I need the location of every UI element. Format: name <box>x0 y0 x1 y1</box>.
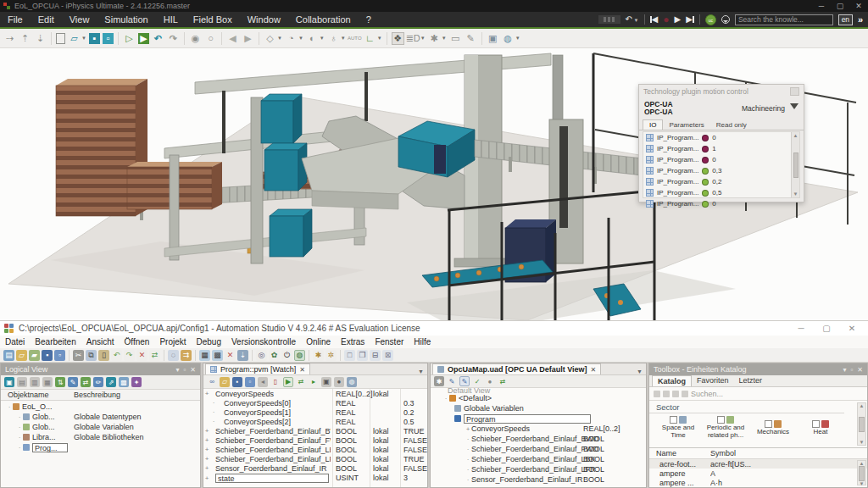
opcua-var-row[interactable]: +ConveyorSpeedsREAL[0..2] <box>431 424 646 434</box>
tree-row[interactable]: ·Glob... Globale Datentypen <box>1 412 200 422</box>
toolbox-search-input[interactable]: Suchen... <box>691 390 723 398</box>
tree-row[interactable]: ·EoL_O... <box>1 402 200 412</box>
pin-icon[interactable]: ▫ <box>850 366 853 374</box>
pin-icon[interactable]: ▫ <box>183 366 186 374</box>
nav-forward-icon[interactable]: ▶ <box>242 32 254 45</box>
watch-row[interactable]: +Schieber_Foerderband_Einlauf_FWDBOOLlok… <box>203 435 427 445</box>
panel-menu-icon[interactable]: ▾ <box>175 366 179 374</box>
menu-ansicht[interactable]: Ansicht <box>81 337 120 347</box>
language-badge[interactable]: en <box>838 14 853 25</box>
list-a-icon[interactable]: ▤ <box>17 377 27 387</box>
sync-icon[interactable]: ⇅ <box>55 377 65 387</box>
tab-letzter[interactable]: Letzter <box>734 375 768 386</box>
col-name[interactable]: Name <box>656 449 676 458</box>
io-row[interactable]: IP_Program...0,5 <box>643 187 799 198</box>
opcua-var-row[interactable]: ·Sensor_Foerderband_Einlauf_IRBOOL <box>431 474 646 485</box>
web-icon[interactable]: ◍ <box>502 32 515 45</box>
menu-projekt[interactable]: Projekt <box>154 337 191 347</box>
watch-row[interactable]: +Sensor_Foerderband_Einlauf_IRBOOLlokalF… <box>203 463 427 473</box>
services-icon[interactable]: ✿ <box>269 350 280 361</box>
settings-a-icon[interactable]: ✱ <box>313 350 324 361</box>
menu-bearbeiten[interactable]: Bearbeiten <box>30 337 81 347</box>
refresh-icon[interactable]: ⇄ <box>81 377 91 387</box>
unit-row[interactable]: acre-foot...acre-ft[US... <box>649 459 867 469</box>
settings-b-icon[interactable]: ✲ <box>326 350 337 361</box>
record-icon[interactable]: ● <box>334 377 344 387</box>
view-mode-icon[interactable]: ▣ <box>4 377 14 387</box>
edit-a-icon[interactable]: ✎ <box>447 376 457 386</box>
toolbar-overflow-icon[interactable]: » <box>858 14 863 25</box>
menu-collaboration[interactable]: Collaboration <box>288 12 359 27</box>
find-icon[interactable]: ◌ <box>168 350 179 361</box>
list-c-icon[interactable]: ▦ <box>42 377 53 387</box>
refresh-icon[interactable]: ⇄ <box>149 350 160 361</box>
opcua-var-row[interactable]: ·Schieber_Foerderband_Einlauf_FWDBOOL <box>431 444 646 454</box>
paste-icon[interactable]: ▯ <box>98 350 109 361</box>
io-row[interactable]: IP_Program...1 <box>643 143 799 154</box>
view-time-icon[interactable]: ◔ <box>285 32 298 45</box>
tree-row[interactable]: ·Libra... Globale Bibliotheken <box>1 432 200 442</box>
menu-fieldbox[interactable]: Field Box <box>186 12 240 27</box>
watch-row[interactable]: +ConveyorSpeedsREAL[0..2]lokal <box>203 389 427 398</box>
save-icon[interactable]: ▪ <box>89 33 100 44</box>
stop-page-icon[interactable]: ▯ <box>270 377 281 387</box>
undo-icon[interactable]: ↶ <box>152 32 164 45</box>
menu-edit[interactable]: Edit <box>31 12 62 27</box>
tools-icon[interactable]: ✦ <box>131 377 142 387</box>
play-icon[interactable]: ▶ <box>674 12 681 27</box>
col-objektname[interactable]: Objektname <box>8 391 49 399</box>
watch-row[interactable]: +Schieber_Foerderband_Einlauf_LBKBOOLlok… <box>203 445 427 454</box>
as-close-icon[interactable]: ✕ <box>839 324 865 333</box>
auto-icon[interactable]: AUTO <box>348 32 361 45</box>
play-icon[interactable]: ▶ <box>283 377 293 387</box>
save-all-icon[interactable]: ▫ <box>54 350 65 361</box>
menu-view[interactable]: View <box>62 12 97 27</box>
view-world-icon[interactable]: ♁ <box>327 32 340 45</box>
filter-a-icon[interactable] <box>654 391 660 397</box>
window-d-icon[interactable]: ⊠ <box>382 350 393 361</box>
tab-close-icon[interactable]: ✕ <box>299 366 305 374</box>
watch-row[interactable]: +Schieber_Foerderband_Einlauf_LFRBOOLlok… <box>203 454 427 463</box>
redo-icon[interactable]: ↷ <box>167 32 180 45</box>
save-as-icon[interactable]: ▫ <box>103 33 114 44</box>
list-b-icon[interactable]: ▥ <box>30 377 40 387</box>
units-scrollbar[interactable]: ▲▼ <box>857 460 866 485</box>
window-c-icon[interactable]: ⊟ <box>370 350 381 361</box>
opcua-var-row[interactable]: ·Schieber_Foerderband_Einlauf_BWDBOOL <box>431 434 646 444</box>
tab-favoriten[interactable]: Favoriten <box>692 375 734 386</box>
sector-periodic[interactable]: Periodic and related ph... <box>702 416 749 439</box>
save-icon[interactable]: ▪ <box>232 377 242 387</box>
filter-c-icon[interactable] <box>672 391 679 397</box>
check-icon[interactable]: ✓ <box>472 376 482 386</box>
io-row[interactable]: IP_Program...0 <box>643 154 799 165</box>
watch-row[interactable]: ·ConveyorSpeeds[1]REAL0.2 <box>203 408 427 417</box>
as-minimize-icon[interactable]: ─ <box>788 324 814 333</box>
watch-row[interactable]: ·ConveyorSpeeds[0]REAL0.3 <box>203 398 427 408</box>
transfer-icon[interactable]: ⇉ <box>181 350 192 361</box>
tab-katalog[interactable]: Katalog <box>652 375 692 386</box>
tab-overflow-icon[interactable]: ▼ <box>633 369 646 374</box>
io-row[interactable]: IP_Program...0 <box>643 198 799 209</box>
menu-simulation[interactable]: Simulation <box>97 12 155 27</box>
edit2-icon[interactable]: ✏ <box>93 377 103 387</box>
opcua-node[interactable]: ·<Default> <box>431 393 646 403</box>
export-run-icon[interactable]: ▶ <box>138 33 149 44</box>
watch-row-editing[interactable]: +stateUSINTlokal3 <box>203 473 427 483</box>
forward-icon[interactable]: ▸ <box>309 377 319 387</box>
refresh-icon[interactable]: ⇄ <box>498 376 508 386</box>
menu-oeffnen[interactable]: Öffnen <box>120 337 155 347</box>
dot-icon[interactable]: ● <box>485 376 495 386</box>
online-globe-icon[interactable]: ◍ <box>294 350 305 361</box>
opcua-var-row[interactable]: ·Schieber_Foerderband_Einlauf_LFRBOOL <box>431 464 646 474</box>
power-icon[interactable]: ⏻ <box>281 350 292 361</box>
tab-readonly[interactable]: Read only <box>710 120 753 130</box>
cancel-build-icon[interactable]: ✕ <box>225 350 236 361</box>
minimize-icon[interactable]: ─ <box>812 2 831 10</box>
orbit-eye-icon[interactable]: ◉ <box>189 32 202 45</box>
knowledge-search-input[interactable] <box>735 14 833 25</box>
menu-window[interactable]: Window <box>240 12 288 27</box>
edit-icon[interactable]: ✎ <box>68 377 78 387</box>
menu-debug[interactable]: Debug <box>192 337 226 347</box>
build-icon[interactable]: ▦ <box>199 350 210 361</box>
new-project-icon[interactable]: ▤ <box>3 350 14 361</box>
